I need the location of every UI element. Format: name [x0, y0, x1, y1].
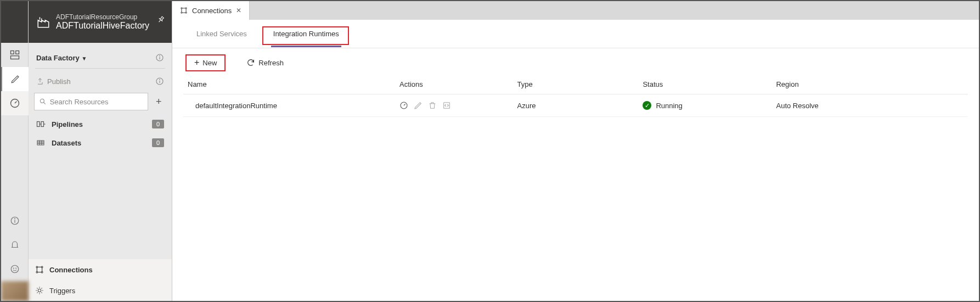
status-text: Running — [656, 102, 682, 110]
nav-feedback[interactable] — [1, 257, 29, 281]
footer-triggers[interactable]: Triggers — [29, 280, 172, 301]
runtimes-table: Name Actions Type Status Region defaultI… — [172, 76, 979, 117]
pencil-icon — [10, 74, 20, 84]
sidebar-footer: Connections Triggers — [29, 259, 172, 301]
svg-rect-2 — [11, 56, 19, 59]
code-icon — [442, 101, 451, 110]
col-type[interactable]: Type — [513, 76, 639, 94]
icon-rail — [1, 1, 29, 301]
svg-point-39 — [185, 12, 187, 13]
nav-overview[interactable] — [1, 43, 29, 67]
publish-button[interactable]: Publish — [33, 72, 167, 91]
divider — [35, 68, 165, 69]
svg-rect-22 — [37, 141, 44, 145]
refresh-label: Refresh — [258, 59, 284, 67]
subtab-integration-runtimes[interactable]: Integration Runtimes — [271, 30, 341, 47]
upload-icon — [36, 77, 44, 85]
footer-connections[interactable]: Connections — [29, 259, 172, 280]
svg-rect-19 — [41, 122, 44, 127]
col-name[interactable]: Name — [183, 76, 395, 94]
action-edit[interactable] — [414, 101, 423, 110]
svg-point-7 — [11, 265, 19, 273]
new-label: New — [202, 59, 217, 67]
tree-datasets[interactable]: Datasets 0 — [33, 133, 167, 152]
factory-icon — [36, 15, 50, 29]
nav-monitor[interactable] — [1, 91, 29, 115]
col-region[interactable]: Region — [771, 76, 968, 94]
action-delete[interactable] — [428, 101, 437, 110]
svg-line-17 — [43, 102, 45, 104]
smile-icon — [10, 264, 20, 274]
svg-point-35 — [38, 289, 41, 292]
svg-point-6 — [15, 219, 15, 219]
svg-rect-0 — [11, 51, 14, 54]
connections-icon — [180, 7, 188, 14]
svg-rect-18 — [37, 122, 40, 127]
toolbar: + New Refresh — [172, 48, 979, 76]
integration-runtimes-label: Integration Runtimes — [273, 30, 339, 38]
nav-notifications[interactable] — [1, 233, 29, 257]
factory-header: ADFTutorialResourceGroup ADFTutorialHive… — [29, 1, 172, 43]
svg-point-27 — [36, 266, 38, 268]
factory-name-label: ADFTutorialHiveFactory — [56, 21, 149, 31]
svg-point-12 — [160, 55, 160, 56]
section-data-factory[interactable]: Data Factory ▼ — [33, 48, 167, 67]
new-button[interactable]: + New — [187, 57, 224, 69]
triggers-footer-label: Triggers — [49, 287, 75, 295]
refresh-icon — [246, 58, 255, 67]
datasets-label: Datasets — [52, 139, 147, 147]
pipelines-icon — [36, 120, 46, 128]
svg-point-37 — [185, 8, 187, 9]
cell-region: Auto Resolve — [771, 94, 968, 117]
pipelines-count: 0 — [152, 120, 164, 128]
search-resources[interactable] — [34, 93, 148, 110]
resource-group-label: ADFTutorialResourceGroup — [56, 13, 149, 21]
bell-icon — [10, 240, 20, 250]
connections-footer-label: Connections — [49, 266, 93, 274]
pin-button[interactable] — [155, 14, 167, 26]
cell-actions — [395, 94, 513, 117]
col-status[interactable]: Status — [638, 76, 771, 94]
subtab-linked-services[interactable]: Linked Services — [194, 30, 249, 46]
main-area: Connections ✕ Linked Services Integratio… — [172, 1, 979, 301]
svg-rect-1 — [16, 51, 19, 54]
svg-point-8 — [13, 268, 14, 269]
col-actions: Actions — [395, 76, 513, 94]
trash-icon — [428, 101, 437, 110]
nav-info[interactable] — [1, 209, 29, 233]
add-resource-button[interactable]: + — [151, 94, 166, 109]
nav-author[interactable] — [1, 67, 29, 91]
section-info-icon[interactable] — [155, 53, 164, 62]
refresh-button[interactable]: Refresh — [239, 56, 291, 69]
search-input[interactable] — [49, 97, 143, 107]
cell-name: defaultIntegrationRuntime — [183, 94, 395, 117]
svg-point-30 — [41, 271, 43, 273]
action-monitor[interactable] — [399, 101, 408, 110]
pipelines-label: Pipelines — [52, 120, 147, 128]
gauge-icon — [9, 98, 20, 109]
close-tab-button[interactable]: ✕ — [236, 7, 241, 14]
tab-connections[interactable]: Connections ✕ — [172, 1, 250, 20]
connections-icon — [35, 265, 44, 274]
rail-header-spacer — [1, 1, 28, 43]
subtab-bar: Linked Services Integration Runtimes — [172, 20, 979, 48]
user-avatar[interactable] — [1, 281, 29, 301]
table-header-row: Name Actions Type Status Region — [183, 76, 968, 94]
editor-tabbar: Connections ✕ — [172, 1, 979, 20]
cell-type: Azure — [513, 94, 639, 117]
status-ok-icon: ✓ — [643, 101, 651, 110]
svg-point-36 — [181, 8, 182, 9]
svg-point-9 — [16, 268, 16, 269]
svg-point-16 — [40, 99, 44, 103]
action-code[interactable] — [442, 101, 451, 110]
publish-label: Publish — [47, 77, 71, 86]
table-row[interactable]: defaultIntegrationRuntime Azure ✓ — [183, 94, 968, 117]
cell-status: ✓ Running — [638, 94, 771, 117]
tree-pipelines[interactable]: Pipelines 0 — [33, 115, 167, 133]
publish-info-icon[interactable] — [155, 77, 164, 86]
svg-point-38 — [181, 12, 182, 13]
datasets-icon — [36, 139, 46, 147]
svg-point-28 — [41, 266, 43, 268]
linked-services-label: Linked Services — [196, 30, 247, 38]
svg-point-29 — [36, 271, 38, 273]
